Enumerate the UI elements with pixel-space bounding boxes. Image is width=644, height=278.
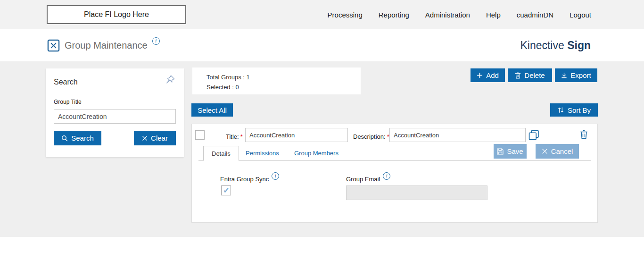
page-header: Group Maintenance i Kinective Sign bbox=[0, 29, 644, 61]
top-nav: Processing Reporting Administration Help… bbox=[328, 0, 591, 29]
group-row-checkbox[interactable] bbox=[195, 130, 205, 140]
tab-permissions[interactable]: Permissions bbox=[246, 145, 279, 160]
total-groups-value: 1 bbox=[247, 74, 250, 81]
action-buttons: Add Delete Export bbox=[471, 68, 597, 82]
download-icon bbox=[561, 72, 567, 78]
nav-item-reporting[interactable]: Reporting bbox=[379, 11, 409, 19]
description-label: Description:* bbox=[353, 133, 389, 140]
page-title: Group Maintenance bbox=[65, 40, 148, 51]
required-asterisk: * bbox=[387, 133, 389, 140]
row-delete-icon[interactable] bbox=[580, 130, 588, 139]
selected-value: 0 bbox=[235, 84, 239, 91]
group-email-info-icon[interactable]: i bbox=[383, 172, 390, 180]
top-bar: Place FI Logo Here Processing Reporting … bbox=[0, 0, 644, 29]
fi-logo-text: Place FI Logo Here bbox=[84, 10, 149, 19]
delete-button[interactable]: Delete bbox=[508, 68, 552, 82]
title-input[interactable] bbox=[245, 128, 348, 142]
add-button[interactable]: Add bbox=[471, 68, 505, 82]
tab-details[interactable]: Details bbox=[203, 146, 239, 161]
nav-item-administration[interactable]: Administration bbox=[425, 11, 470, 19]
sort-arrows-icon bbox=[557, 107, 564, 113]
plus-icon bbox=[477, 72, 483, 78]
search-icon bbox=[61, 135, 68, 142]
required-asterisk: * bbox=[240, 133, 243, 140]
group-row: Title:* Description:* Details Permission… bbox=[191, 124, 598, 223]
group-title-label: Group Title bbox=[54, 99, 176, 105]
sort-by-button[interactable]: Sort By bbox=[550, 103, 598, 117]
fi-logo-placeholder: Place FI Logo Here bbox=[47, 5, 186, 24]
nav-item-user[interactable]: cuadminDN bbox=[517, 11, 553, 19]
title-label: Title:* bbox=[226, 133, 243, 140]
trash-icon bbox=[515, 72, 521, 79]
entra-group-sync-info-icon[interactable]: i bbox=[272, 172, 279, 180]
tab-group-members[interactable]: Group Members bbox=[294, 145, 339, 160]
clear-button[interactable]: Clear bbox=[134, 131, 176, 145]
search-panel: Search Group Title Search Clear bbox=[46, 68, 184, 157]
search-panel-title: Search bbox=[54, 78, 176, 86]
save-floppy-icon bbox=[497, 148, 504, 155]
pin-icon[interactable] bbox=[165, 75, 175, 84]
export-button[interactable]: Export bbox=[555, 68, 597, 82]
cancel-x-icon bbox=[542, 148, 548, 154]
nav-item-logout[interactable]: Logout bbox=[570, 11, 591, 19]
select-all-button[interactable]: Select All bbox=[191, 103, 233, 117]
search-button[interactable]: Search bbox=[54, 131, 101, 145]
save-button[interactable]: Save bbox=[494, 144, 527, 159]
nav-item-help[interactable]: Help bbox=[486, 11, 501, 19]
tabs-bar: Details Permissions Group Members bbox=[198, 146, 591, 161]
clear-x-icon bbox=[142, 135, 148, 141]
description-input[interactable] bbox=[389, 128, 526, 142]
nav-item-processing[interactable]: Processing bbox=[328, 11, 363, 19]
total-groups-line: Total Groups : 1 bbox=[206, 72, 361, 82]
cancel-button[interactable]: Cancel bbox=[536, 144, 579, 159]
entra-group-sync-checkbox[interactable] bbox=[221, 185, 231, 195]
group-maintenance-icon bbox=[47, 39, 60, 52]
copy-icon[interactable] bbox=[528, 130, 539, 141]
selected-line: Selected : 0 bbox=[206, 82, 361, 92]
main-content: Search Group Title Search Clear bbox=[0, 61, 644, 237]
totals-box: Total Groups : 1 Selected : 0 bbox=[192, 67, 361, 94]
page-title-info-icon[interactable]: i bbox=[152, 37, 160, 45]
group-email-input[interactable] bbox=[346, 185, 487, 200]
group-title-input[interactable] bbox=[54, 109, 176, 124]
entra-group-sync-label: Entra Group Sync i bbox=[220, 175, 279, 183]
brand-logo: Kinective Sign bbox=[520, 39, 591, 52]
group-email-label: Group Email i bbox=[346, 175, 390, 183]
